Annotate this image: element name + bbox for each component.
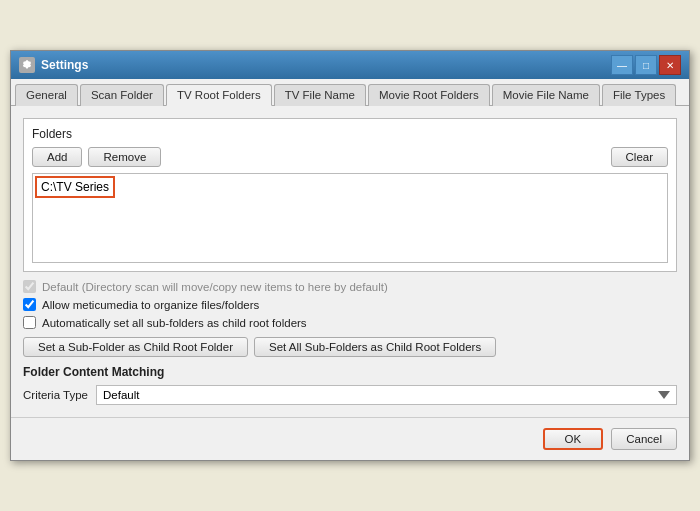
organize-checkbox[interactable] xyxy=(23,298,36,311)
tab-file-types[interactable]: File Types xyxy=(602,84,676,106)
folders-toolbar: Add Remove Clear xyxy=(32,147,668,167)
tab-movie-root-folders[interactable]: Movie Root Folders xyxy=(368,84,490,106)
organize-checkbox-label: Allow meticumedia to organize files/fold… xyxy=(42,299,259,311)
default-checkbox-label: Default (Directory scan will move/copy n… xyxy=(42,281,388,293)
organize-checkbox-row: Allow meticumedia to organize files/fold… xyxy=(23,298,677,311)
tab-movie-file-name[interactable]: Movie File Name xyxy=(492,84,600,106)
title-bar-controls: — □ ✕ xyxy=(611,55,681,75)
tab-tv-root-folders[interactable]: TV Root Folders xyxy=(166,84,272,106)
set-sub-folder-button[interactable]: Set a Sub-Folder as Child Root Folder xyxy=(23,337,248,357)
default-checkbox[interactable] xyxy=(23,280,36,293)
title-bar: Settings — □ ✕ xyxy=(11,51,689,79)
criteria-label: Criteria Type xyxy=(23,389,88,401)
main-content: Folders Add Remove Clear C:\TV Series De… xyxy=(11,106,689,417)
tab-bar: General Scan Folder TV Root Folders TV F… xyxy=(11,79,689,106)
title-bar-left: Settings xyxy=(19,57,88,73)
sub-folder-buttons: Set a Sub-Folder as Child Root Folder Se… xyxy=(23,337,677,357)
close-button[interactable]: ✕ xyxy=(659,55,681,75)
tab-tv-file-name[interactable]: TV File Name xyxy=(274,84,366,106)
folders-group: Folders Add Remove Clear C:\TV Series xyxy=(23,118,677,272)
ok-button[interactable]: OK xyxy=(543,428,604,450)
folder-item[interactable]: C:\TV Series xyxy=(35,176,115,198)
folders-toolbar-left: Add Remove xyxy=(32,147,161,167)
criteria-row: Criteria Type Default Custom xyxy=(23,385,677,405)
sub-folders-checkbox[interactable] xyxy=(23,316,36,329)
sub-folders-checkbox-row: Automatically set all sub-folders as chi… xyxy=(23,316,677,329)
folder-content-title: Folder Content Matching xyxy=(23,365,677,379)
window-title: Settings xyxy=(41,58,88,72)
criteria-select[interactable]: Default Custom xyxy=(96,385,677,405)
folder-content-section: Folder Content Matching Criteria Type De… xyxy=(23,365,677,405)
folder-list[interactable]: C:\TV Series xyxy=(32,173,668,263)
clear-button[interactable]: Clear xyxy=(611,147,668,167)
minimize-button[interactable]: — xyxy=(611,55,633,75)
tab-scan-folder[interactable]: Scan Folder xyxy=(80,84,164,106)
folders-label: Folders xyxy=(32,127,668,141)
cancel-button[interactable]: Cancel xyxy=(611,428,677,450)
set-all-sub-folders-button[interactable]: Set All Sub-Folders as Child Root Folder… xyxy=(254,337,496,357)
settings-icon xyxy=(19,57,35,73)
options-section: Default (Directory scan will move/copy n… xyxy=(23,280,677,329)
default-checkbox-row: Default (Directory scan will move/copy n… xyxy=(23,280,677,293)
remove-button[interactable]: Remove xyxy=(88,147,161,167)
maximize-button[interactable]: □ xyxy=(635,55,657,75)
settings-window: Settings — □ ✕ General Scan Folder TV Ro… xyxy=(10,50,690,461)
tab-general[interactable]: General xyxy=(15,84,78,106)
sub-folders-checkbox-label: Automatically set all sub-folders as chi… xyxy=(42,317,307,329)
add-button[interactable]: Add xyxy=(32,147,82,167)
bottom-bar: OK Cancel xyxy=(11,417,689,460)
